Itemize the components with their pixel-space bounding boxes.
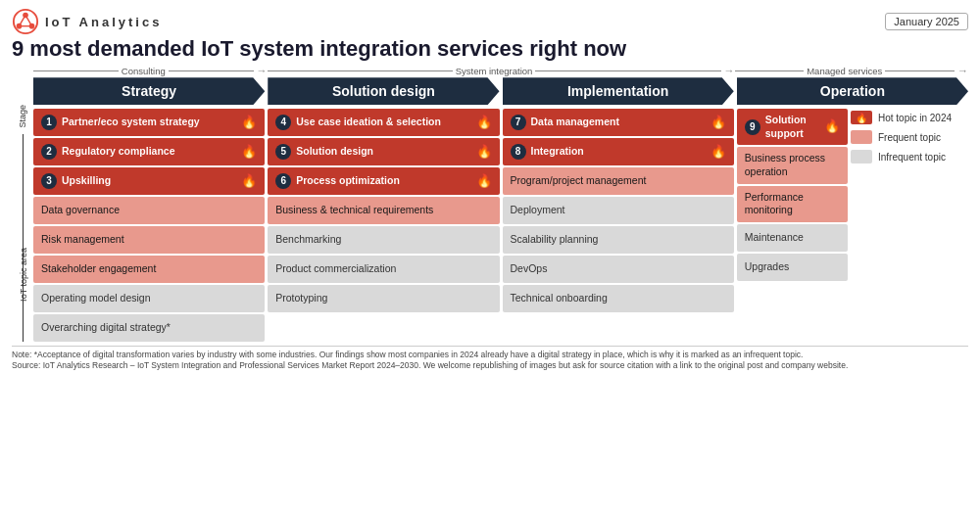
strategy-cell-6: Stakeholder engagement	[33, 256, 265, 283]
svg-point-1	[23, 13, 28, 19]
logo-icon	[12, 8, 39, 35]
content-area: Stage IoT topic area Strategy 1 Partner/…	[12, 77, 968, 342]
date-badge: January 2025	[885, 13, 968, 30]
legend-hot-label: Hot topic in 2024	[878, 113, 952, 123]
solution-cell-3: 6 Process optimization 🔥	[268, 167, 499, 195]
page: IoT Analytics January 2025 9 most demand…	[0, 0, 980, 515]
svg-line-4	[19, 15, 25, 25]
solution-cell-2: 5 Solution design 🔥	[268, 138, 499, 165]
main-title: 9 most demanded IoT system integration s…	[12, 37, 968, 61]
strategy-cell-7: Operating model design	[33, 285, 265, 312]
solution-cell-6: Product commercialization	[268, 256, 499, 283]
legend-frequent: Frequent topic	[851, 130, 968, 144]
iot-topic-label: IoT topic area	[19, 248, 28, 302]
op-cell-5: Upgrades	[737, 254, 848, 281]
footer-area: Note: *Acceptance of digital transformat…	[12, 346, 968, 371]
operation-header: Operation	[737, 77, 968, 105]
service-bands: Consulting → System integration → Manage…	[33, 65, 968, 76]
impl-cell-5: Scalability planning	[503, 226, 734, 254]
op-cell-2: Business process operation	[737, 147, 848, 183]
implementation-header: Implementation	[503, 77, 734, 105]
op-cell-3: Performance monitoring	[737, 186, 848, 222]
solution-cell-4: Business & technical requirements	[268, 197, 499, 224]
impl-cell-3: Program/project management	[503, 167, 734, 195]
legend-frequent-label: Frequent topic	[878, 132, 941, 143]
operation-legend-row: 9 Solution support 🔥 Business process op…	[737, 109, 968, 342]
strategy-cell-3: 3 Upskilling 🔥	[33, 167, 265, 195]
legend-hot: 🔥 Hot topic in 2024	[851, 111, 968, 124]
strategy-cell-5: Risk management	[33, 226, 265, 254]
strategy-cell-1: 1 Partner/eco system strategy 🔥	[33, 109, 265, 136]
legend-infrequent: Infrequent topic	[851, 150, 968, 164]
legend-area: 🔥 Hot topic in 2024 Frequent topic Infre…	[851, 109, 968, 342]
logo-area: IoT Analytics	[12, 8, 162, 35]
column-operation: 9 Solution support 🔥 Business process op…	[737, 109, 848, 342]
logo-text: IoT Analytics	[45, 15, 162, 29]
service-band-managed: Managed services	[807, 66, 882, 76]
header-row: IoT Analytics January 2025	[12, 8, 968, 35]
side-labels: Stage IoT topic area	[12, 77, 33, 342]
solution-cell-1: 4 Use case ideation & selection 🔥	[268, 109, 499, 136]
impl-cell-7: Technical onboarding	[503, 285, 734, 312]
legend-infrequent-label: Infrequent topic	[878, 152, 946, 163]
column-strategy: Strategy 1 Partner/eco system strategy 🔥…	[33, 77, 265, 342]
op-cell-4: Maintenance	[737, 224, 848, 252]
column-implementation: Implementation 7 Data management 🔥 8 Int…	[503, 77, 734, 342]
impl-cell-6: DevOps	[503, 256, 734, 283]
svg-line-5	[25, 15, 32, 25]
column-operation-wrapper: Operation 9 Solution support 🔥 Business	[737, 77, 968, 342]
footer-note: Note: *Acceptance of digital transformat…	[12, 350, 803, 359]
column-solution-design: Solution design 4 Use case ideation & se…	[268, 77, 499, 342]
impl-cell-2: 8 Integration 🔥	[503, 138, 734, 165]
impl-cell-1: 7 Data management 🔥	[503, 109, 734, 136]
stage-label: Stage	[18, 105, 27, 128]
columns-wrapper: Strategy 1 Partner/eco system strategy 🔥…	[33, 77, 968, 342]
strategy-cell-8: Overarching digital strategy*	[33, 314, 265, 342]
strategy-cell-4: Data governance	[33, 197, 265, 224]
solution-cell-7: Prototyping	[268, 285, 499, 312]
strategy-header: Strategy	[33, 77, 265, 105]
op-cell-1: 9 Solution support 🔥	[737, 109, 848, 145]
solution-cell-5: Benchmarking	[268, 226, 499, 254]
footer-source: Source: IoT Analytics Research – IoT Sys…	[12, 360, 848, 370]
service-band-consulting: Consulting	[122, 66, 166, 76]
service-band-integration: System integration	[456, 66, 533, 76]
impl-cell-4: Deployment	[503, 197, 734, 224]
solution-design-header: Solution design	[268, 77, 499, 105]
strategy-cell-2: 2 Regulatory compliance 🔥	[33, 138, 265, 165]
